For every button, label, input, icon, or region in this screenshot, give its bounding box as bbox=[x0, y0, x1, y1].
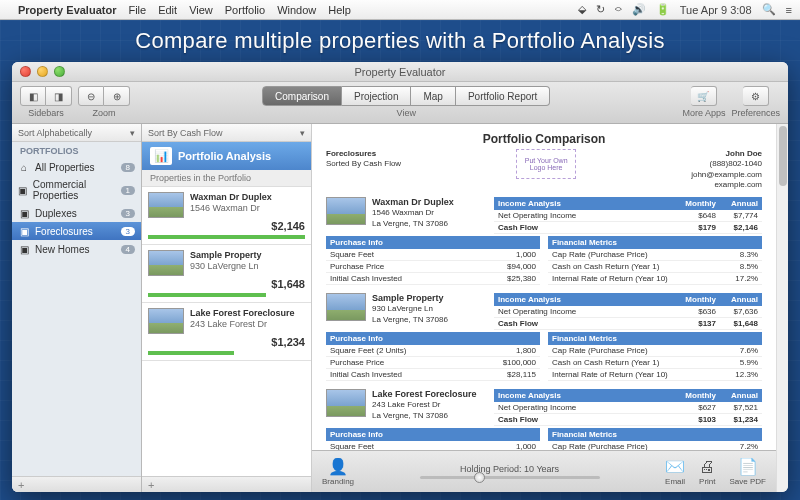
view-comparison-tab[interactable]: Comparison bbox=[262, 86, 342, 106]
sidebar-item-commercial[interactable]: ▣ Commercial Properties 1 bbox=[12, 176, 141, 204]
print-label: Print bbox=[699, 477, 715, 486]
wifi-icon[interactable]: ⌔ bbox=[615, 4, 622, 16]
slider-track[interactable] bbox=[420, 476, 600, 479]
save-pdf-label: Save PDF bbox=[730, 477, 766, 486]
property-value: $2,146 bbox=[148, 218, 305, 232]
more-apps-button[interactable]: 🛒 bbox=[691, 86, 717, 106]
add-property-button[interactable]: + bbox=[148, 479, 154, 491]
document-content[interactable]: Portfolio Comparison Foreclosures Sorted… bbox=[312, 124, 776, 450]
branding-button[interactable]: 👤 Branding bbox=[322, 457, 354, 486]
menu-view[interactable]: View bbox=[189, 4, 213, 16]
email-button[interactable]: ✉️ Email bbox=[665, 457, 685, 486]
email-label: Email bbox=[665, 477, 685, 486]
view-projection-tab[interactable]: Projection bbox=[342, 86, 411, 106]
add-portfolio-button[interactable]: + bbox=[18, 479, 24, 491]
sidebars-label: Sidebars bbox=[28, 108, 64, 118]
purchase-table: Purchase InfoSquare Feet1,000Purchase Pr… bbox=[326, 428, 540, 450]
income-table: Income AnalysisMonthlyAnnualNet Operatin… bbox=[494, 389, 762, 426]
menu-edit[interactable]: Edit bbox=[158, 4, 177, 16]
property-name: Lake Forest Foreclosure bbox=[190, 308, 305, 319]
notifications-icon[interactable]: ≡ bbox=[786, 4, 792, 16]
printer-icon: 🖨 bbox=[699, 458, 715, 476]
property-card[interactable]: Sample Property930 LaVergne Ln$1,648 bbox=[142, 245, 311, 303]
property-text: Waxman Dr Duplex1546 Waxman DrLa Vergne,… bbox=[372, 197, 454, 234]
property-value: $1,234 bbox=[148, 334, 305, 348]
app-window: Property Evaluator ◧ ◨ Sidebars ⊖ ⊕ Zoom… bbox=[12, 62, 788, 492]
property-card[interactable]: Lake Forest Foreclosure243 Lake Forest D… bbox=[142, 303, 311, 361]
property-bar bbox=[148, 235, 305, 239]
toggle-left-sidebar-button[interactable]: ◧ bbox=[20, 86, 46, 106]
doc-portfolio-name: Foreclosures bbox=[326, 149, 401, 159]
app-menu[interactable]: Property Evaluator bbox=[18, 4, 116, 16]
purchase-table: Purchase InfoSquare Feet1,000Purchase Pr… bbox=[326, 236, 540, 285]
owner-phone: (888)802-1040 bbox=[691, 159, 762, 169]
menu-portfolio[interactable]: Portfolio bbox=[225, 4, 265, 16]
property-address: 1546 Waxman Dr bbox=[190, 203, 305, 214]
sidebar-item-all-properties[interactable]: ⌂ All Properties 8 bbox=[12, 158, 141, 176]
property-card[interactable]: Waxman Dr Duplex1546 Waxman Dr$2,146 bbox=[142, 187, 311, 245]
holding-period-slider[interactable]: Holding Period: 10 Years bbox=[368, 464, 651, 479]
purchase-table: Purchase InfoSquare Feet (2 Units)1,800P… bbox=[326, 332, 540, 381]
count-badge: 8 bbox=[121, 163, 135, 172]
save-pdf-button[interactable]: 📄 Save PDF bbox=[730, 457, 766, 486]
doc-sort-label: Sorted By Cash Flow bbox=[326, 159, 401, 169]
battery-icon[interactable]: 🔋 bbox=[656, 3, 670, 16]
sidebar-item-duplexes[interactable]: ▣ Duplexes 3 bbox=[12, 204, 141, 222]
sidebar-item-label: All Properties bbox=[35, 162, 94, 173]
property-address: 243 Lake Forest Dr bbox=[190, 319, 305, 330]
volume-icon[interactable]: 🔊 bbox=[632, 3, 646, 16]
properties-subheader: Properties in the Portfolio bbox=[142, 170, 311, 187]
slider-knob[interactable] bbox=[474, 472, 485, 483]
portfolio-analysis-header[interactable]: 📊 Portfolio Analysis bbox=[142, 142, 311, 170]
doc-title: Portfolio Comparison bbox=[326, 132, 762, 146]
property-bar bbox=[148, 351, 234, 355]
app-status-icon[interactable]: ⬙ bbox=[578, 3, 586, 16]
chevron-down-icon: ▾ bbox=[130, 128, 135, 138]
view-map-tab[interactable]: Map bbox=[411, 86, 455, 106]
toggle-right-sidebar-button[interactable]: ◨ bbox=[46, 86, 72, 106]
menu-file[interactable]: File bbox=[128, 4, 146, 16]
metrics-table: Financial MetricsCap Rate (Purchase Pric… bbox=[548, 428, 762, 450]
print-button[interactable]: 🖨 Print bbox=[699, 458, 715, 486]
menu-help[interactable]: Help bbox=[328, 4, 351, 16]
sync-icon[interactable]: ↻ bbox=[596, 3, 605, 16]
owner-name: John Doe bbox=[691, 149, 762, 159]
window-titlebar[interactable]: Property Evaluator bbox=[12, 62, 788, 82]
property-text: Sample Property930 LaVergne LnLa Vergne,… bbox=[372, 293, 448, 330]
property-thumbnail bbox=[148, 192, 184, 218]
sidebar-sort-dropdown[interactable]: Sort Alphabetically ▾ bbox=[12, 124, 141, 142]
menu-window[interactable]: Window bbox=[277, 4, 316, 16]
view-label: View bbox=[397, 108, 416, 118]
count-badge: 3 bbox=[121, 227, 135, 236]
owner-site: example.com bbox=[691, 180, 762, 190]
clock[interactable]: Tue Apr 9 3:08 bbox=[680, 4, 752, 16]
person-icon: 👤 bbox=[328, 457, 348, 476]
folder-icon: ▣ bbox=[18, 207, 30, 219]
folder-icon: ▣ bbox=[18, 184, 28, 196]
portfolios-sidebar: Sort Alphabetically ▾ PORTFOLIOS ⌂ All P… bbox=[12, 124, 142, 492]
property-section: Waxman Dr Duplex1546 Waxman DrLa Vergne,… bbox=[326, 197, 762, 285]
envelope-icon: ✉️ bbox=[665, 457, 685, 476]
scrollbar-thumb[interactable] bbox=[779, 126, 787, 186]
properties-footer: + bbox=[142, 476, 311, 492]
document-viewer: Portfolio Comparison Foreclosures Sorted… bbox=[312, 124, 776, 492]
zoom-label: Zoom bbox=[92, 108, 115, 118]
spotlight-icon[interactable]: 🔍 bbox=[762, 3, 776, 16]
sidebar-item-foreclosures[interactable]: ▣ Foreclosures 3 bbox=[12, 222, 141, 240]
zoom-group: ⊖ ⊕ Zoom bbox=[78, 86, 130, 118]
zoom-in-button[interactable]: ⊕ bbox=[104, 86, 130, 106]
sidebar-item-new-homes[interactable]: ▣ New Homes 4 bbox=[12, 240, 141, 258]
sidebar-sort-label: Sort Alphabetically bbox=[18, 128, 92, 138]
property-value: $1,648 bbox=[148, 276, 305, 290]
pdf-icon: 📄 bbox=[738, 457, 758, 476]
marketing-tagline: Compare multiple properties with a Portf… bbox=[0, 28, 800, 54]
vertical-scrollbar[interactable] bbox=[776, 124, 788, 492]
zoom-out-button[interactable]: ⊖ bbox=[78, 86, 104, 106]
preferences-button[interactable]: ⚙ bbox=[743, 86, 769, 106]
property-section: Lake Forest Foreclosure243 Lake Forest D… bbox=[326, 389, 762, 450]
logo-placeholder[interactable]: Put Your Own Logo Here bbox=[516, 149, 576, 179]
count-badge: 3 bbox=[121, 209, 135, 218]
metrics-table: Financial MetricsCap Rate (Purchase Pric… bbox=[548, 332, 762, 381]
properties-sort-dropdown[interactable]: Sort By Cash Flow ▾ bbox=[142, 124, 311, 142]
view-portfolio-report-tab[interactable]: Portfolio Report bbox=[456, 86, 550, 106]
